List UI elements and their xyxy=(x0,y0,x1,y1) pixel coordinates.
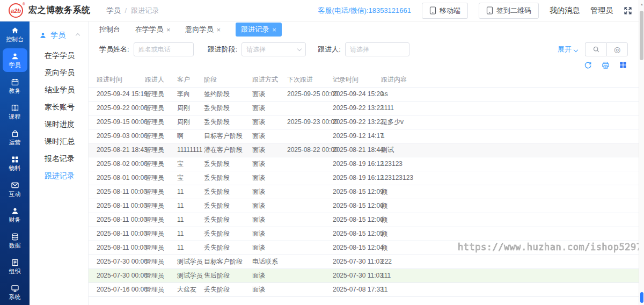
table-cell xyxy=(287,268,333,282)
table-cell: 宝 xyxy=(177,157,204,171)
table-cell: 面谈 xyxy=(252,157,287,171)
scrollbar-thumb[interactable] xyxy=(640,11,643,60)
scrollbar[interactable]: ▲ xyxy=(639,0,644,305)
column-header: 下次跟进 xyxy=(287,73,333,87)
tab-active-students[interactable]: 在学学员× xyxy=(135,25,171,34)
sidebar-sub-item-follow-records[interactable]: 跟进记录 xyxy=(30,167,88,184)
follow-stage-select[interactable]: 请选择 xyxy=(241,42,306,56)
table-cell: 1111 xyxy=(381,101,639,115)
table-cell: 面谈 xyxy=(252,115,287,129)
submenu-title: 学员 xyxy=(50,31,65,40)
table-cell: 111 xyxy=(381,268,639,282)
table-cell: 2025-07-30 11:03 xyxy=(333,255,381,268)
sidebar-item-finance[interactable]: 财务 xyxy=(0,202,30,228)
sidebar-item-materials[interactable]: 物料 xyxy=(0,150,30,176)
table-row[interactable]: 2025-09-03 00:00管理员啊目标客户阶段面谈2025-09-12 1… xyxy=(89,129,639,143)
table-row[interactable]: 2025-08-11 00:00管理员11丢失阶段面谈2025-08-15 12… xyxy=(89,199,639,213)
sidebar-item-academic[interactable]: 教务 xyxy=(0,73,30,99)
current-user[interactable]: 管理员 xyxy=(590,6,613,16)
table-row[interactable]: 2025-08-02 00:00管理员宝丢失阶段面谈2025-08-19 16:… xyxy=(89,157,639,171)
table-cell: 李向 xyxy=(177,87,204,101)
table-cell: 管理员 xyxy=(145,157,177,171)
table-cell xyxy=(287,282,333,296)
table-row[interactable]: 2025-09-24 15:19管理员李向签约阶段面谈2025-09-25 00… xyxy=(89,87,639,101)
sidebar-sub-item-active-students[interactable]: 在学学员 xyxy=(30,47,88,64)
sidebar-sub-item-graduated-students[interactable]: 结业学员 xyxy=(30,81,88,98)
app-logo-icon: a2b® xyxy=(9,3,23,18)
table-row[interactable]: 2025-07-30 00:00管理员测试学员目标客户阶段电话联系2025-07… xyxy=(89,255,639,268)
sidebar-sub-item-hours-summary[interactable]: 课时汇总 xyxy=(30,133,88,150)
table-row[interactable]: 2025-09-15 00:00管理员周刚丢失阶段面谈2025-09-23 00… xyxy=(89,115,639,129)
breadcrumb-parent[interactable]: 学员 xyxy=(107,6,121,16)
submenu-header[interactable]: 学员 xyxy=(30,21,88,47)
sidebar-item-system[interactable]: 系统 xyxy=(0,279,30,305)
tab-close-icon[interactable]: × xyxy=(272,26,276,33)
student-name-input[interactable] xyxy=(134,42,194,56)
mobile-app-button[interactable]: 移动端 xyxy=(422,3,468,19)
table-row[interactable]: 2025-08-11 00:00管理员11丢失阶段面谈2025-08-15 12… xyxy=(89,227,639,241)
sidebar-sub-item-enrollment-records[interactable]: 报名记录 xyxy=(30,150,88,167)
sidebar-item-label: 运营 xyxy=(9,140,21,146)
app-title: 宏之博教务系统 xyxy=(28,5,91,16)
tab-dashboard[interactable]: 控制台 xyxy=(99,25,120,34)
table-cell: 面谈 xyxy=(252,241,287,255)
table-row[interactable]: 2025-07-16 00:00管理员大盆友丢失阶段面谈2025-07-08 1… xyxy=(89,282,639,296)
sidebar-item-organization[interactable]: 组织 xyxy=(0,253,30,279)
top-header: a2b® 宏之博教务系统 学员 / 跟进记录 客服(电话/微信):1835312… xyxy=(0,0,644,21)
sidebar-sub-item-parent-accounts[interactable]: 家长账号 xyxy=(30,98,88,115)
sidebar-item-dashboard[interactable]: 控制台 xyxy=(0,21,30,47)
column-settings-icon[interactable] xyxy=(619,61,627,69)
my-messages-link[interactable]: 我的消息 xyxy=(550,6,580,16)
sidebar-sub-item-hours-progress[interactable]: 课时进度 xyxy=(30,115,88,133)
home-icon xyxy=(11,26,19,35)
table-row[interactable]: 2025-09-22 00:00管理员周刚丢失阶段面谈2025-09-22 13… xyxy=(89,101,639,115)
sidebar-item-data[interactable]: 数据 xyxy=(0,228,30,253)
table-cell xyxy=(287,171,333,185)
table-cell: 2025-09-12 14:17 xyxy=(333,129,381,143)
expand-filters-link[interactable]: 展开 xyxy=(558,45,577,54)
tab-close-icon[interactable]: × xyxy=(217,26,221,33)
print-icon[interactable] xyxy=(602,61,610,69)
tab-label: 控制台 xyxy=(99,25,120,34)
refresh-icon[interactable] xyxy=(584,61,592,69)
follow-person-select[interactable]: 请选择 xyxy=(345,42,409,56)
column-header: 阶段 xyxy=(204,73,252,87)
table-cell: 2025-08-15 12:05 xyxy=(333,227,381,241)
org-icon xyxy=(11,258,19,267)
table-row[interactable]: 2025-08-01 00:00管理员宝丢失阶段面谈2025-08-19 16:… xyxy=(89,171,639,185)
table-cell xyxy=(287,213,333,227)
search-button[interactable] xyxy=(585,42,606,56)
table-cell: 丢失阶段 xyxy=(204,115,252,129)
column-header: 跟进方式 xyxy=(252,73,287,87)
table-row[interactable]: 2025-08-11 00:00管理员11丢失阶段面谈2025-08-15 12… xyxy=(89,213,639,227)
signin-qrcode-button[interactable]: 签到二维码 xyxy=(479,3,539,19)
table-row[interactable]: 2025-08-11 00:00管理员11丢失阶段面谈2025-08-15 12… xyxy=(89,241,639,255)
tab-close-icon[interactable]: × xyxy=(166,26,171,33)
table-cell: 2025-08-19 16:12 xyxy=(333,171,381,185)
sidebar-item-operation[interactable]: 运营 xyxy=(0,125,30,150)
table-row[interactable]: 2025-08-21 18:43管理员11111111潜在客户阶段面谈2025-… xyxy=(89,143,639,157)
breadcrumb-current: 跟进记录 xyxy=(131,6,159,16)
fullscreen-icon[interactable] xyxy=(624,6,632,15)
table-cell: 面谈 xyxy=(252,171,287,185)
chevron-down-icon xyxy=(574,48,578,52)
reset-button[interactable]: ◎ xyxy=(606,42,628,56)
table-cell: 额 xyxy=(381,199,639,213)
tab-intent-students[interactable]: 意向学员× xyxy=(186,25,221,34)
sidebar-item-students[interactable]: 学员 xyxy=(0,47,30,73)
table-cell: 管理员 xyxy=(145,185,177,199)
table-row[interactable]: 2025-08-11 00:00管理员11丢失阶段面谈2025-08-15 12… xyxy=(89,185,639,199)
table-cell xyxy=(287,101,333,115)
sidebar-item-courses[interactable]: 课程 xyxy=(0,99,30,125)
table-cell: 管理员 xyxy=(145,87,177,101)
table-cell: 11111111 xyxy=(177,143,204,157)
table-cell: 2025-08-15 12:06 xyxy=(333,213,381,227)
sidebar-sub-item-intent-students[interactable]: 意向学员 xyxy=(30,64,88,81)
table-row[interactable]: 2025-07-30 00:00管理员测试学员售后阶段面谈2025-07-30 … xyxy=(89,268,639,282)
table-cell: 2025-09-23 00:00 xyxy=(287,115,333,129)
main-content: 控制台在学学员×意向学员×跟进记录× 学员姓名: 跟进阶段: 请选择 跟进人: … xyxy=(89,21,639,305)
scrollbar-up-arrow[interactable]: ▲ xyxy=(640,3,644,6)
table-cell: 面谈 xyxy=(252,143,287,157)
sidebar-item-interaction[interactable]: 互动 xyxy=(0,176,30,202)
tab-follow-records[interactable]: 跟进记录× xyxy=(236,23,282,37)
